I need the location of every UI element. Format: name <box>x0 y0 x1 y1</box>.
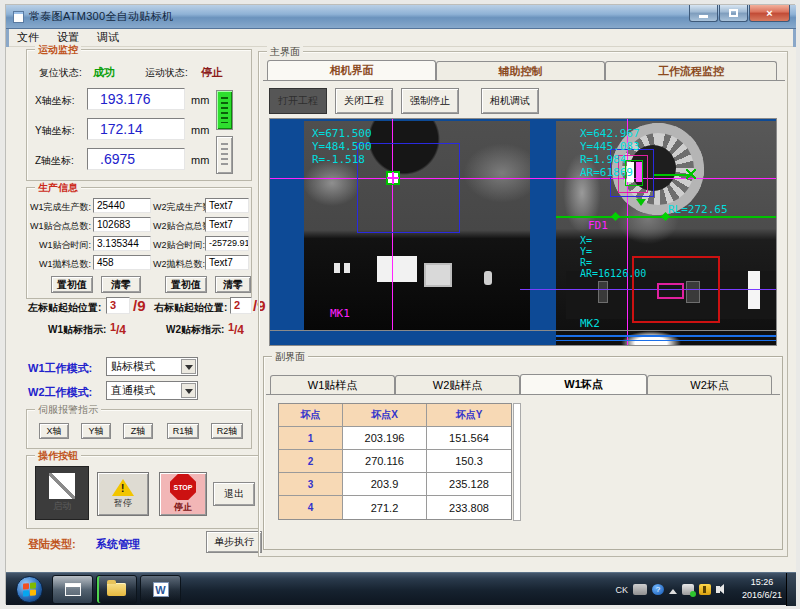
w2-workmode-select[interactable]: 直通模式 <box>106 381 198 400</box>
tab-aux-control[interactable]: 辅助控制 <box>436 61 605 81</box>
x-axis-value: 193.176 <box>100 91 151 107</box>
reset-status-value: 成功 <box>93 65 115 80</box>
table-row[interactable]: 1 203.196 151.564 <box>279 427 511 450</box>
show-hidden-icons[interactable] <box>669 585 677 594</box>
table-row[interactable]: 2 270.116 150.3 <box>279 450 511 473</box>
w2-points-value: Text7 <box>209 219 233 230</box>
col-badpoint-x: 坏点X <box>343 404 427 426</box>
taskbar-word[interactable]: W <box>140 575 181 604</box>
w1-reject-input[interactable]: 458 <box>93 255 151 270</box>
app-window: 常泰图ATM300全自动贴标机 × 文件 设置 调试 运动监控 复位状态: 成功… <box>6 5 796 572</box>
w2-workmode-dropdown-icon[interactable] <box>181 383 196 398</box>
close-project-button[interactable]: 关闭工程 <box>335 88 393 114</box>
w1-reject-label: W1抛料总数: <box>29 258 91 271</box>
col-badpoint: 坏点 <box>279 404 343 426</box>
w1-points-input[interactable]: 102683 <box>93 217 151 232</box>
close-button[interactable]: × <box>749 5 790 22</box>
exit-button[interactable]: 退出 <box>213 482 255 506</box>
w2-clear-button[interactable]: 清零 <box>215 276 251 293</box>
tray-app-icon[interactable] <box>633 584 647 595</box>
w2-produced-input[interactable]: Text7 <box>205 198 249 213</box>
servo-z-button[interactable]: Z轴 <box>123 423 153 439</box>
force-stop-button[interactable]: 强制停止 <box>401 88 459 114</box>
operation-title: 操作按钮 <box>35 449 81 463</box>
w1-produced-input[interactable]: 25440 <box>93 198 151 213</box>
production-title: 生产信息 <box>35 181 81 195</box>
motion-groupbox: 运动监控 复位状态: 成功 运动状态: 停止 X轴坐标: 193.176 mm … <box>26 49 252 181</box>
app-icon <box>13 11 24 23</box>
pause-label: 暂停 <box>114 497 132 510</box>
w1-clear-button[interactable]: 清零 <box>101 276 141 293</box>
alert-tray-icon[interactable] <box>699 584 711 595</box>
run-status-value: 停止 <box>201 65 223 80</box>
input-method-indicator[interactable]: CK <box>615 585 628 595</box>
left-label-pos-input[interactable]: 3 <box>106 297 130 314</box>
w2-reject-label: W2抛料总数: <box>153 258 203 271</box>
taskbar-app-current[interactable] <box>52 575 93 604</box>
w1-time-input[interactable]: 3.135344 <box>93 236 151 251</box>
w1-time-value: 3.135344 <box>97 238 139 249</box>
start-button[interactable]: 启动 <box>35 466 89 520</box>
servo-r2-button[interactable]: R2轴 <box>211 423 243 439</box>
pause-button[interactable]: ! 暂停 <box>97 472 149 516</box>
reset-status-label: 复位状态: <box>39 66 82 80</box>
servo-r1-button[interactable]: R1轴 <box>167 423 199 439</box>
usb-tray-icon[interactable] <box>682 584 694 595</box>
tab-camera-view[interactable]: 相机界面 <box>267 60 436 80</box>
taskbar-clock[interactable]: 15:26 2016/6/21 <box>742 576 782 602</box>
stop-button[interactable]: STOP 停止 <box>159 472 207 516</box>
menu-debug[interactable]: 调试 <box>97 30 119 45</box>
w1-indicator-label: W1贴标指示: <box>48 323 106 337</box>
vacuum-on-vertical-button[interactable] <box>216 90 233 130</box>
window-titlebar[interactable]: 常泰图ATM300全自动贴标机 × <box>6 5 796 29</box>
table-row[interactable]: 4 271.2 233.808 <box>279 496 511 519</box>
w2-reject-input[interactable]: Text7 <box>205 255 249 270</box>
servo-alarm-title: 伺服报警指示 <box>35 403 101 417</box>
tab-w2-sample[interactable]: W2贴样点 <box>395 375 520 395</box>
w2-points-input[interactable]: Text7 <box>205 217 249 232</box>
w2-produced-label: W2完成生产数: <box>153 201 203 214</box>
w2-time-label: W2贴合时间: <box>153 239 203 252</box>
fd1-label: FD1 <box>588 219 608 232</box>
tab-workflow-monitor[interactable]: 工作流程监控 <box>605 61 777 81</box>
w1-workmode-dropdown-icon[interactable] <box>181 359 196 374</box>
vacuum-off-vertical-button[interactable] <box>216 136 233 174</box>
w2-time-input[interactable]: -25729.91 <box>205 236 249 251</box>
tab-w1-sample[interactable]: W1贴样点 <box>270 375 395 395</box>
volume-icon[interactable] <box>716 586 720 593</box>
z-axis-value: .6975 <box>100 151 135 167</box>
servo-y-button[interactable]: Y轴 <box>81 423 111 439</box>
servo-x-button[interactable]: X轴 <box>39 423 69 439</box>
taskbar-explorer[interactable] <box>96 575 137 604</box>
z-axis-input[interactable]: .6975 <box>87 148 185 170</box>
open-project-button[interactable]: 打开工程 <box>269 88 327 114</box>
w1-workmode-select[interactable]: 贴标模式 <box>106 357 198 376</box>
minimize-button[interactable] <box>689 5 718 22</box>
w1-init-button[interactable]: 置初值 <box>51 276 93 293</box>
w1-workmode-value: 贴标模式 <box>111 359 155 374</box>
x-axis-input[interactable]: 193.176 <box>87 88 185 110</box>
help-tray-icon[interactable]: ? <box>652 584 664 595</box>
left-label-pos-total: /9 <box>133 297 146 314</box>
y-axis-input[interactable]: 172.14 <box>87 118 185 140</box>
system-tray: CK ? <box>615 573 720 606</box>
tab-w2-badpoint[interactable]: W2坏点 <box>647 375 772 395</box>
screen: 常泰图ATM300全自动贴标机 × 文件 设置 调试 运动监控 复位状态: 成功… <box>5 4 795 604</box>
w2-reject-value: Text7 <box>209 257 233 268</box>
y-axis-unit: mm <box>191 124 209 136</box>
camera-debug-button[interactable]: 相机调试 <box>481 88 539 114</box>
show-desktop-button[interactable] <box>786 573 796 606</box>
table-scroll-strip[interactable] <box>513 403 521 521</box>
clock-time: 15:26 <box>742 576 782 589</box>
table-row[interactable]: 3 203.9 235.128 <box>279 473 511 496</box>
mk1-label: MK1 <box>330 307 350 320</box>
tab-w1-badpoint[interactable]: W1坏点 <box>520 374 647 394</box>
single-step-button[interactable]: 单步执行 <box>206 531 262 553</box>
right-label-pos-input[interactable]: 2 <box>230 297 252 314</box>
w2-init-button[interactable]: 置初值 <box>165 276 207 293</box>
maximize-button[interactable] <box>719 5 748 22</box>
start-button-orb[interactable] <box>16 576 43 603</box>
cam-left-overlay: X=671.500Y=484.500R=-1.518 <box>312 127 372 166</box>
sub-panel-title: 副界面 <box>272 350 308 364</box>
run-status-label: 运动状态: <box>145 66 188 80</box>
